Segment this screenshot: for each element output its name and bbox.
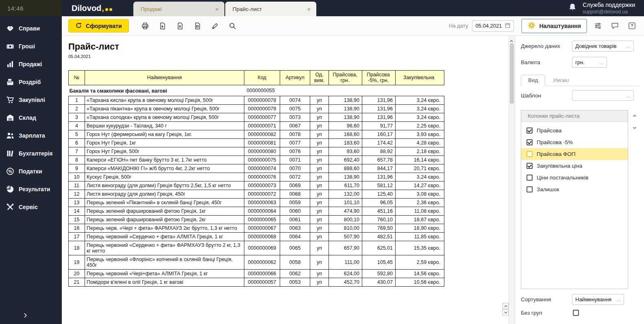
cell-number: 10 [69, 173, 85, 181]
tab-view[interactable]: Вид [521, 75, 545, 86]
col-name[interactable]: Найменування [85, 71, 244, 85]
cell-purchase: 14,27 євро. [396, 181, 444, 190]
export-excel-icon[interactable] [173, 19, 187, 32]
sidebar-item-results[interactable]: Результати [0, 180, 62, 198]
tab-sales[interactable]: Продажі × [133, 2, 224, 16]
checkbox[interactable] [527, 151, 533, 157]
column-option[interactable]: Закупівельна ціна [521, 160, 628, 172]
col-number[interactable]: № [69, 71, 85, 85]
column-option[interactable]: Ціни постачальників [521, 172, 628, 184]
move-down-icon[interactable] [631, 125, 638, 131]
checkbox[interactable] [527, 127, 533, 134]
cell-name: Каперси «МАКІДОНІКІ ГІ» ж/б брутто 4кг, … [85, 164, 244, 173]
ellipsis-button[interactable]: ... [624, 43, 631, 49]
bell-icon[interactable] [568, 3, 577, 13]
app-logo[interactable]: Dilovod, [62, 0, 133, 16]
table-row[interactable]: 11 Листя винограду (для долми) Греція бр… [69, 181, 444, 190]
vertical-scrollbar[interactable] [509, 36, 515, 324]
table-row[interactable]: 1 «Тархана кисла» крупа в овечому молоці… [69, 96, 444, 104]
no-groups-checkbox[interactable] [573, 310, 579, 316]
scroll-page-up-button[interactable] [503, 303, 509, 309]
col-unit[interactable]: Од. вим. [310, 71, 329, 85]
column-option-label: Прайсова ФОП [537, 151, 575, 157]
column-option[interactable]: Прайсова [521, 125, 628, 136]
generate-button[interactable]: Сформувати [68, 19, 129, 32]
ellipsis-button[interactable]: ... [626, 93, 631, 99]
table-row[interactable]: 12 Листя винограду (для долми) Греція, 4… [69, 190, 444, 198]
support-block[interactable]: Служба поддержки support@delovod.ua [583, 1, 635, 15]
print-icon[interactable] [138, 19, 152, 32]
group-row[interactable]: Бакалія та смаколики фасовані, вагові 00… [69, 85, 444, 96]
table-row[interactable]: 6 Горох Нут Греція, 1кг 0000000081 0077 … [69, 138, 444, 147]
table-row[interactable]: 16 Перець черв. «Чері + фета» ФАРМХАУЗ 2… [69, 224, 444, 232]
table-row[interactable]: 4 Вершки кукурудзи - Таїланд, 340 г 0000… [69, 121, 444, 130]
cell-number: 5 [69, 130, 85, 138]
checkbox[interactable] [527, 175, 533, 181]
sidebar-item-accounting[interactable]: Бухгалтерія [0, 145, 62, 162]
currency-select[interactable]: грн. ... [572, 57, 607, 68]
col-price[interactable]: Прайсова, грн. [329, 71, 362, 85]
ellipsis-button[interactable]: ... [614, 296, 621, 302]
table-row[interactable]: 18 Перець червоний «Сердечко + фета» ФАР… [69, 241, 444, 255]
sidebar-item-service[interactable]: Сервіс [0, 198, 62, 216]
close-icon[interactable]: × [213, 6, 220, 13]
chat-icon[interactable] [608, 20, 621, 32]
table-row[interactable]: 7 Горох Нут Греція, 500г 0000000080 0076… [69, 147, 444, 156]
report-settings-icon[interactable] [190, 19, 205, 32]
sidebar-item-warehouse[interactable]: Склад [0, 109, 62, 127]
tab-conditions[interactable]: Умови [545, 75, 576, 86]
sidebar-item-sales[interactable]: Продажі [0, 55, 62, 73]
move-up-icon[interactable] [631, 112, 638, 119]
close-icon[interactable]: × [305, 6, 312, 13]
sidebar-expand-chevron[interactable]: › [24, 309, 27, 320]
column-option[interactable]: Залишок [521, 184, 628, 195]
table-row[interactable]: 8 Каперси «ЕГІОН» пет банку брутто 3 кг,… [69, 156, 444, 164]
table-row[interactable]: 15 Перець зелений фарширований фетою Гре… [69, 215, 444, 224]
col-code[interactable]: Код [244, 71, 280, 85]
checkbox[interactable] [527, 163, 533, 169]
checkbox[interactable] [527, 139, 533, 145]
table-row[interactable]: 5 Горох Нут (фермерський) на вагу Греція… [69, 130, 444, 138]
sidebar-item-deals[interactable]: Справи [0, 19, 62, 37]
data-source-select[interactable]: Довідник товарів ... [572, 41, 634, 52]
cell-code: 0000000077 [244, 113, 280, 121]
scroll-page-down-button[interactable] [503, 309, 509, 315]
checkbox[interactable] [527, 186, 533, 192]
col-article[interactable]: Артикул [280, 71, 310, 85]
cell-price-disc: 96,05 [362, 198, 396, 207]
settings-button[interactable]: Налаштування [521, 19, 587, 33]
table-row[interactable]: 20 Перець червоний «Чері+фета» АЛМІТА Гр… [69, 269, 444, 278]
table-row[interactable]: 2 «Тархана пікантна» крупа в овечому мол… [69, 104, 444, 113]
sidebar-item-money[interactable]: Гроші [0, 37, 62, 55]
col-price-disc[interactable]: Прайсова -5%, грн. [362, 71, 396, 85]
export-pdf-icon[interactable] [155, 19, 170, 32]
table-row[interactable]: 3 «Тархана солодка» крупа в овечому моло… [69, 113, 444, 121]
sidebar-item-retail[interactable]: Роздріб [0, 73, 62, 91]
tab-price-list[interactable]: Прайс-лист × [225, 2, 316, 16]
table-row[interactable]: 17 Перець червоний «Сердечко + фета» АЛМ… [69, 232, 444, 241]
search-icon[interactable] [225, 19, 240, 32]
column-option[interactable]: Прайсова -5% [521, 136, 628, 148]
template-input[interactable]: ... [572, 90, 634, 101]
calendar-icon[interactable] [505, 22, 511, 30]
column-option[interactable]: Прайсова ФОП [521, 148, 628, 160]
table-row[interactable]: 10 Кускус Греція, 500г 0000000076 0072 у… [69, 173, 444, 181]
table-row[interactable]: 14 Перець зелений фарширований фетою Гре… [69, 207, 444, 215]
sidebar-item-salary[interactable]: Зарплата [0, 127, 62, 145]
help-icon[interactable]: ? [625, 20, 638, 32]
col-purchase[interactable]: Закупівельна [396, 71, 444, 85]
sidebar-item-purchases[interactable]: Закупівлі [0, 91, 62, 109]
sort-select[interactable]: Найменування ... [572, 294, 624, 305]
date-input[interactable]: 05.04.2021 [472, 20, 514, 32]
cell-number: 16 [69, 224, 85, 232]
table-row[interactable]: 19 Перець червоний «Флорініс» копчений в… [69, 255, 444, 269]
edit-pencil-icon[interactable] [208, 19, 222, 32]
sliders-icon[interactable] [591, 20, 604, 32]
sidebar-item-taxes[interactable]: % Податки [0, 162, 62, 180]
table-row[interactable]: 21 Помідори в'ялені в олії Греція, 1 кг … [69, 278, 444, 286]
cell-purchase: 2,36 євро. [396, 198, 444, 207]
scrollbar-thumb[interactable] [510, 43, 514, 104]
table-row[interactable]: 9 Каперси «МАКІДОНІКІ ГІ» ж/б брутто 4кг… [69, 164, 444, 173]
ellipsis-button[interactable]: ... [597, 59, 604, 65]
table-row[interactable]: 13 Перець зелений «Пікантний» в скляній … [69, 198, 444, 207]
